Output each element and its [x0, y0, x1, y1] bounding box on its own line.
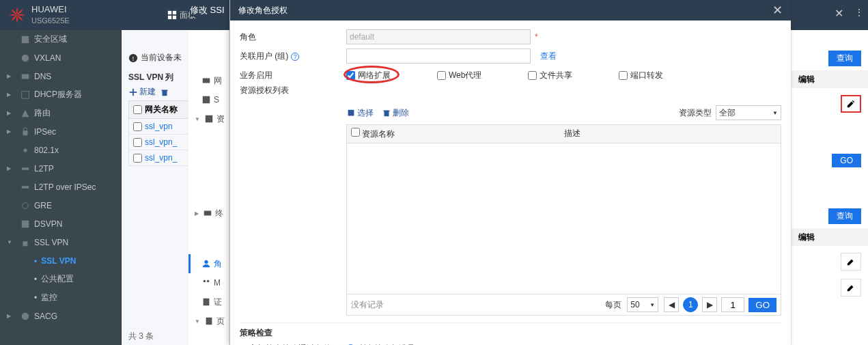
- gw-row-check[interactable]: [133, 154, 142, 163]
- svg-rect-1: [173, 11, 176, 14]
- svc-web-checkbox[interactable]: Web代理: [437, 70, 481, 81]
- header-menu-icon[interactable]: ⋮: [854, 7, 864, 18]
- nav-sslvpn-monitor[interactable]: 监控: [0, 288, 121, 307]
- edit-header-2: 编辑: [798, 232, 815, 243]
- svg-rect-18: [203, 79, 210, 83]
- delete-res-button[interactable]: 删除: [382, 107, 409, 119]
- res-type-select[interactable]: 全部▼: [716, 105, 781, 120]
- nav-ipsec[interactable]: IPSec: [0, 122, 121, 141]
- partial-title: 修改 SSI: [190, 4, 225, 16]
- svg-rect-10: [22, 167, 29, 170]
- svg-point-5: [22, 54, 29, 61]
- svg-rect-14: [23, 241, 28, 246]
- sec-tab-m[interactable]: M: [188, 273, 229, 292]
- select-button[interactable]: 选择: [346, 107, 374, 119]
- nav-security-zone[interactable]: 安全区域: [0, 30, 121, 49]
- section-tabs: 网 S ▼资 ▶终 角 M 证 ▼页: [188, 30, 229, 345]
- nav-l2tp-ipsec[interactable]: L2TP over IPSec: [0, 178, 121, 196]
- nav-l2tp[interactable]: L2TP: [0, 159, 121, 178]
- svg-rect-26: [206, 318, 212, 325]
- modal-close-icon[interactable]: ✕: [772, 3, 783, 18]
- required-star: *: [535, 32, 538, 42]
- nav-dns[interactable]: DNS: [0, 67, 121, 85]
- nav-sslvpn[interactable]: SSL VPN: [0, 233, 121, 251]
- svg-rect-11: [22, 186, 29, 189]
- svg-rect-13: [22, 220, 29, 227]
- user-input[interactable]: [346, 49, 531, 64]
- query-button-2[interactable]: 查询: [828, 208, 861, 224]
- right-panel: 查询 编辑 GO 查询 编辑 GO: [791, 30, 868, 345]
- gw-row-check[interactable]: [133, 122, 142, 131]
- huawei-logo-icon: [8, 6, 26, 24]
- sec-tab-page[interactable]: ▼页: [188, 312, 229, 331]
- svg-point-9: [23, 148, 27, 152]
- svg-rect-20: [206, 115, 213, 123]
- service-enable-label: 业务启用: [240, 70, 346, 81]
- svg-point-23: [204, 280, 206, 283]
- user-label: 关联用户 (组)?: [240, 51, 346, 62]
- delete-button[interactable]: [160, 86, 169, 98]
- header-close-icon[interactable]: ✕: [835, 7, 843, 20]
- query-button-1[interactable]: 查询: [828, 51, 861, 66]
- nav-dsvpn[interactable]: DSVPN: [0, 215, 121, 233]
- brand-model: USG6525E: [31, 15, 70, 26]
- sec-tab-role[interactable]: 角: [188, 254, 229, 273]
- gw-row-check[interactable]: [133, 138, 142, 147]
- res-checkall[interactable]: [351, 128, 360, 137]
- sec-tab-gw[interactable]: 网: [188, 71, 229, 90]
- gw-checkall[interactable]: [133, 105, 142, 114]
- svg-point-15: [22, 312, 29, 320]
- nav-sslvpn-pub[interactable]: 公共配置: [0, 270, 121, 288]
- brand-name: HUAWEI: [31, 4, 70, 15]
- nav-sslvpn-sub[interactable]: SSL VPN: [0, 251, 121, 270]
- sec-tab-term[interactable]: ▶终: [188, 204, 229, 223]
- edit-header-1: 编辑: [798, 74, 815, 85]
- left-nav: 安全区域 VXLAN DNS DHCP服务器 路由 IPSec 802.1x L…: [0, 30, 122, 345]
- res-type-label: 资源类型: [679, 107, 712, 119]
- go-button[interactable]: GO: [748, 298, 776, 312]
- nav-vxlan[interactable]: VXLAN: [0, 49, 121, 67]
- role-input[interactable]: [346, 29, 531, 44]
- svc-file-checkbox[interactable]: 文件共享: [528, 70, 572, 81]
- res-list-label: 资源授权列表: [240, 85, 346, 96]
- edit-icon-button-boxed[interactable]: [841, 95, 861, 113]
- edit-icon-button-3[interactable]: [841, 279, 861, 296]
- svg-rect-7: [22, 91, 29, 98]
- svc-port-checkbox[interactable]: 端口转发: [619, 70, 663, 81]
- no-record: 没有记录: [351, 299, 384, 311]
- svg-rect-0: [168, 11, 171, 14]
- per-page-select[interactable]: 50▼: [627, 297, 658, 312]
- svg-point-24: [207, 280, 210, 283]
- resource-table: 资源名称 描述 没有记录 每页 50▼ ◀ 1 ▶ GO: [346, 124, 781, 316]
- sec-tab-res[interactable]: ▼资: [188, 109, 229, 128]
- new-button[interactable]: 新建: [128, 86, 156, 98]
- svg-text:!: !: [132, 55, 134, 61]
- modal-title: 修改角色授权: [238, 5, 288, 16]
- svg-rect-25: [204, 299, 210, 306]
- svg-rect-3: [173, 16, 176, 19]
- sec-tab-ssl[interactable]: S: [188, 90, 229, 109]
- help-icon[interactable]: ?: [291, 53, 299, 61]
- nav-8021x[interactable]: 802.1x: [0, 141, 121, 159]
- prev-page-button[interactable]: ◀: [664, 297, 679, 312]
- sec-tab-cert[interactable]: 证: [188, 292, 229, 312]
- svg-rect-21: [204, 211, 212, 216]
- svg-point-22: [204, 260, 208, 264]
- page-input[interactable]: [721, 297, 744, 312]
- svc-net-checkbox[interactable]: 网络扩展: [346, 70, 391, 81]
- total-count: 共 3 条: [128, 331, 154, 342]
- svg-rect-19: [203, 96, 210, 104]
- policy-title: 策略检查: [240, 327, 781, 339]
- modify-role-modal: 修改角色授权 ✕ 角色 * 关联用户 (组)? 查看 业务启用 网络扩展 Web…: [229, 0, 791, 345]
- next-page-button[interactable]: ▶: [702, 297, 717, 312]
- nav-sacg[interactable]: SACG: [0, 307, 121, 325]
- view-link[interactable]: 查看: [540, 51, 557, 62]
- current-page[interactable]: 1: [683, 297, 698, 312]
- go-button-right[interactable]: GO: [832, 154, 861, 167]
- device-tip: 当前设备未: [141, 52, 182, 64]
- nav-route[interactable]: 路由: [0, 104, 121, 122]
- nav-dhcp[interactable]: DHCP服务器: [0, 85, 121, 104]
- edit-icon-button-2[interactable]: [841, 253, 861, 271]
- nav-gre[interactable]: GRE: [0, 196, 121, 215]
- svg-rect-2: [168, 16, 171, 19]
